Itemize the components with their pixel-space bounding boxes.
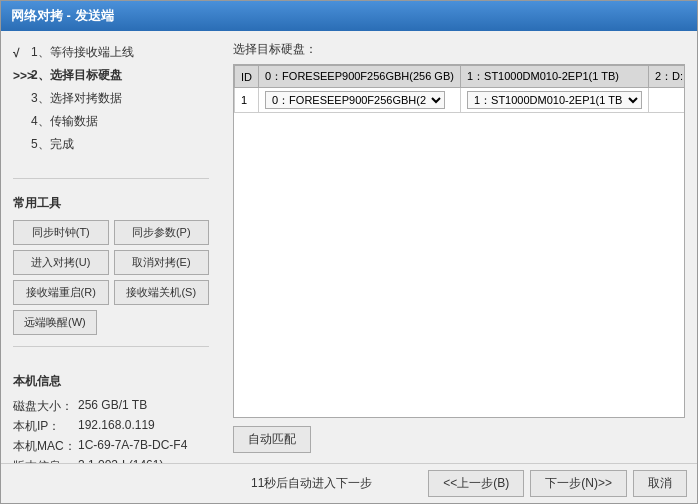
main-content: √1、等待接收端上线>>>2、选择目标硬盘3、选择对拷数据4、传输数据5、完成 …: [1, 31, 697, 463]
step-item-5: 5、完成: [13, 133, 209, 156]
sync-params-button[interactable]: 同步参数(P): [114, 220, 210, 245]
table-header-1: 0：FORESEEP900F256GBH(256 GB): [259, 66, 461, 88]
divider: [13, 178, 209, 179]
remote-wake-button[interactable]: 远端唤醒(W): [13, 310, 97, 335]
step-label: 4、传输数据: [31, 113, 98, 130]
table-header-3: 2：D:: [648, 66, 685, 88]
main-window: 网络对拷 - 发送端 √1、等待接收端上线>>>2、选择目标硬盘3、选择对拷数据…: [0, 0, 698, 504]
window-title: 网络对拷 - 发送端: [11, 8, 114, 23]
step-prefix: √: [13, 46, 27, 60]
divider2: [13, 346, 209, 347]
step-label: 1、等待接收端上线: [31, 44, 134, 61]
step-label: 5、完成: [31, 136, 74, 153]
right-panel: 选择目标硬盘： ID0：FORESEEP900F256GBH(256 GB)1：…: [221, 31, 697, 463]
step-item-3: 3、选择对拷数据: [13, 87, 209, 110]
info-value: 1C-69-7A-7B-DC-F4: [78, 438, 187, 455]
steps-section: √1、等待接收端上线>>>2、选择目标硬盘3、选择对拷数据4、传输数据5、完成: [13, 41, 209, 156]
step-label: 3、选择对拷数据: [31, 90, 122, 107]
step-item-4: 4、传输数据: [13, 110, 209, 133]
table-cell-disk1[interactable]: 1：ST1000DM010-2EP1(1 TB: [460, 88, 648, 113]
enter-pair-button[interactable]: 进入对拷(U): [13, 250, 109, 275]
info-row-1: 本机IP：192.168.0.119: [13, 418, 209, 435]
recv-restart-button[interactable]: 接收端重启(R): [13, 280, 109, 305]
select-label: 选择目标硬盘：: [233, 41, 685, 58]
table-cell-disk0[interactable]: 0：FORESEEP900F256GBH(256 GB): [259, 88, 461, 113]
disk0-select[interactable]: 0：FORESEEP900F256GBH(256 GB): [265, 91, 445, 109]
title-bar: 网络对拷 - 发送端: [1, 1, 697, 31]
disk-table: ID0：FORESEEP900F256GBH(256 GB)1：ST1000DM…: [234, 65, 685, 113]
tools-title: 常用工具: [13, 195, 209, 212]
tools-grid: 同步时钟(T) 同步参数(P) 进入对拷(U) 取消对拷(E) 接收端重启(R)…: [13, 220, 209, 305]
table-header-0: ID: [235, 66, 259, 88]
info-title: 本机信息: [13, 373, 209, 390]
info-label: 本机IP：: [13, 418, 78, 435]
info-section: 本机信息 磁盘大小：256 GB/1 TB本机IP：192.168.0.119本…: [13, 363, 209, 463]
disk1-select[interactable]: 1：ST1000DM010-2EP1(1 TB: [467, 91, 642, 109]
step-prefix: >>>: [13, 69, 27, 83]
info-row-2: 本机MAC：1C-69-7A-7B-DC-F4: [13, 438, 209, 455]
countdown-label: 11秒后自动进入下一步: [251, 475, 372, 492]
auto-match-button[interactable]: 自动匹配: [233, 426, 311, 453]
left-panel: √1、等待接收端上线>>>2、选择目标硬盘3、选择对拷数据4、传输数据5、完成 …: [1, 31, 221, 463]
table-header-2: 1：ST1000DM010-2EP1(1 TB): [460, 66, 648, 88]
step-label: 2、选择目标硬盘: [31, 67, 122, 84]
prev-button[interactable]: <<上一步(B): [428, 470, 524, 497]
info-label: 磁盘大小：: [13, 398, 78, 415]
recv-shutdown-button[interactable]: 接收端关机(S): [114, 280, 210, 305]
sync-time-button[interactable]: 同步时钟(T): [13, 220, 109, 245]
bottom-bar: 11秒后自动进入下一步 <<上一步(B) 下一步(N)>> 取消: [1, 463, 697, 503]
cancel-button[interactable]: 取消: [633, 470, 687, 497]
step-item-2: >>>2、选择目标硬盘: [13, 64, 209, 87]
info-value: 192.168.0.119: [78, 418, 155, 435]
table-cell-disk2: [648, 88, 685, 113]
info-label: 本机MAC：: [13, 438, 78, 455]
info-row-0: 磁盘大小：256 GB/1 TB: [13, 398, 209, 415]
cancel-pair-button[interactable]: 取消对拷(E): [114, 250, 210, 275]
step-item-1: √1、等待接收端上线: [13, 41, 209, 64]
info-value: 256 GB/1 TB: [78, 398, 147, 415]
disk-table-wrapper[interactable]: ID0：FORESEEP900F256GBH(256 GB)1：ST1000DM…: [233, 64, 685, 418]
table-row: 10：FORESEEP900F256GBH(256 GB)1：ST1000DM0…: [235, 88, 686, 113]
next-button[interactable]: 下一步(N)>>: [530, 470, 627, 497]
table-cell-id: 1: [235, 88, 259, 113]
